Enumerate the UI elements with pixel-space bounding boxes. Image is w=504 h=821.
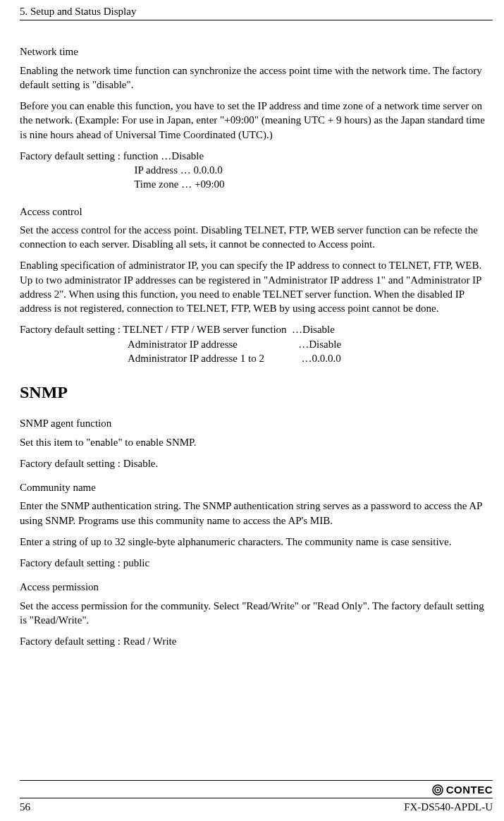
snmp-agent-p2: Factory default setting : Disable. <box>20 456 493 470</box>
section-community-title: Community name <box>20 480 493 494</box>
brand-logo: CONTEC <box>432 783 493 797</box>
access-control-default-3: Administrator IP addresse 1 to 2 …0.0.0.… <box>20 351 493 365</box>
network-time-default-3: Time zone … +09:00 <box>20 177 493 191</box>
svg-point-2 <box>436 789 438 791</box>
heading-snmp: SNMP <box>20 381 493 403</box>
access-permission-p1: Set the access permission for the commun… <box>20 599 493 628</box>
brand-text: CONTEC <box>446 783 493 797</box>
section-snmp-agent-title: SNMP agent function <box>20 416 493 430</box>
section-network-time-title: Network time <box>20 44 493 59</box>
network-time-p2: Before you can enable this function, you… <box>20 99 493 142</box>
community-p3: Factory default setting : public <box>20 556 493 570</box>
section-access-control-title: Access control <box>20 205 493 219</box>
network-time-default-1: Factory default setting : function …Disa… <box>20 149 493 163</box>
section-access-permission-title: Access permission <box>20 580 493 594</box>
network-time-default-2: IP address … 0.0.0.0 <box>20 163 493 177</box>
model-number: FX-DS540-APDL-U <box>404 800 493 814</box>
access-control-default-1: Factory default setting : TELNET / FTP /… <box>20 322 493 336</box>
community-p2: Enter a string of up to 32 single-byte a… <box>20 535 493 549</box>
access-control-p2: Enabling specification of administrator … <box>20 258 493 315</box>
network-time-p1: Enabling the network time function can s… <box>20 63 493 92</box>
footer-divider-top <box>20 780 493 781</box>
brand-mark-icon <box>432 784 443 796</box>
snmp-agent-p1: Set this item to "enable" to enable SNMP… <box>20 435 493 449</box>
access-control-p1: Set the access control for the access po… <box>20 223 493 252</box>
access-permission-p2: Factory default setting : Read / Write <box>20 634 493 648</box>
access-control-default-2: Administrator IP addresse …Disable <box>20 337 493 351</box>
page-number: 56 <box>20 800 30 814</box>
chapter-title: 5. Setup and Status Display <box>20 6 136 17</box>
community-p1: Enter the SNMP authentication string. Th… <box>20 499 493 528</box>
